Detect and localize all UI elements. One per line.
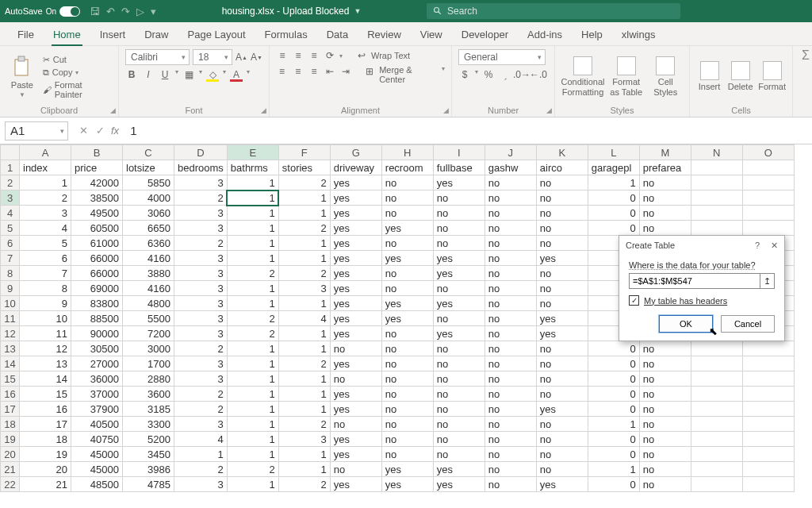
cell[interactable]: yes [330,251,381,266]
cell[interactable]: 3986 [123,462,174,477]
cell[interactable] [691,477,742,492]
cell[interactable]: no [536,266,588,281]
cell[interactable]: no [381,417,433,432]
cell[interactable]: 1 [588,175,639,190]
row-header[interactable]: 17 [1,402,20,417]
cell[interactable]: yes [433,462,485,477]
cell[interactable]: 3 [278,281,330,296]
cell[interactable]: 0 [588,447,639,462]
enter-formula-icon[interactable]: ✓ [96,125,105,137]
cell[interactable]: 3 [174,296,228,311]
tab-developer[interactable]: Developer [452,24,518,45]
qat-more-icon[interactable]: ▾ [151,6,156,17]
dialog-launcher-icon[interactable]: ◢ [443,106,449,114]
row-header[interactable]: 13 [1,341,20,356]
cell[interactable] [742,477,794,492]
cell[interactable]: 36000 [71,371,123,387]
cell[interactable]: 69000 [71,281,123,296]
cell[interactable]: no [536,356,588,371]
cell[interactable]: no [485,206,536,221]
merge-center-button[interactable]: Merge & Center [379,65,438,84]
cell[interactable]: yes [536,402,588,417]
tab-formulas[interactable]: Formulas [255,24,317,45]
cell[interactable]: no [433,356,485,371]
cell[interactable]: no [381,281,433,296]
cell[interactable]: 5200 [123,432,174,447]
cell[interactable]: gashw [485,160,536,175]
fx-icon[interactable]: fx [111,125,119,137]
cell[interactable]: fullbase [433,160,485,175]
cell[interactable]: no [639,341,691,356]
column-header-M[interactable]: M [639,145,691,160]
border-button[interactable]: ▦ [182,68,195,81]
tab-page-layout[interactable]: Page Layout [178,24,255,45]
underline-button[interactable]: U [159,68,171,81]
formula-input[interactable]: 1 [125,124,136,137]
cell[interactable]: 4800 [123,296,174,311]
cell[interactable]: 3 [174,221,228,236]
cell[interactable]: 3 [174,251,228,266]
cell[interactable]: 3 [174,281,228,296]
cell[interactable]: no [381,341,433,356]
cell[interactable]: no [485,341,536,356]
increase-font-icon[interactable]: A▲ [236,51,247,64]
cell[interactable]: 1 [227,371,278,387]
cell[interactable]: 3880 [123,266,174,281]
cell[interactable]: 40500 [71,417,123,432]
row-header[interactable]: 1 [1,160,20,175]
format-cells-button[interactable]: Format [758,61,786,91]
cell[interactable]: 3 [174,356,228,371]
cell[interactable]: yes [330,311,381,326]
cell[interactable]: yes [536,251,588,266]
cell[interactable]: no [485,190,536,206]
cell[interactable]: no [381,371,433,387]
cell[interactable]: no [381,266,433,281]
cell[interactable] [691,432,742,447]
cell[interactable]: no [381,387,433,402]
cell[interactable]: 60500 [71,221,123,236]
cell[interactable]: yes [381,462,433,477]
column-header-B[interactable]: B [71,145,123,160]
cell[interactable]: garagepl [588,160,639,175]
touch-icon[interactable]: ▷ [136,6,144,17]
decrease-font-icon[interactable]: A▼ [251,51,262,64]
cell[interactable]: yes [433,296,485,311]
font-color-button[interactable]: A [230,68,243,81]
cell[interactable]: 2 [174,236,228,251]
column-header-D[interactable]: D [174,145,228,160]
cell[interactable]: no [330,417,381,432]
cell[interactable]: prefarea [639,160,691,175]
cell[interactable]: no [485,356,536,371]
cell[interactable] [691,341,742,356]
cell[interactable]: no [485,311,536,326]
cell[interactable]: no [639,477,691,492]
cell[interactable]: no [433,417,485,432]
cell[interactable]: 3 [174,311,228,326]
row-header[interactable]: 11 [1,311,20,326]
delete-cells-button[interactable]: Delete [727,61,753,91]
cell[interactable]: 2 [174,402,228,417]
align-bottom-icon[interactable]: ≡ [308,49,320,62]
cell[interactable]: 9 [20,296,71,311]
indent-increase-icon[interactable]: ⇥ [340,65,352,78]
cell[interactable] [742,387,794,402]
insert-cells-button[interactable]: Insert [696,61,722,91]
cell[interactable] [691,447,742,462]
cell[interactable]: 13 [20,356,71,371]
fill-color-button[interactable]: ◇ [206,68,219,81]
align-left-icon[interactable]: ≡ [276,65,288,78]
cell[interactable]: 3 [174,266,228,281]
cell[interactable]: 2 [227,326,278,341]
cell[interactable]: 3450 [123,447,174,462]
cell[interactable]: 3 [174,175,228,190]
column-header-A[interactable]: A [20,145,71,160]
copy-button[interactable]: ⧉Copy ▾ [43,67,112,78]
tab-xlwings[interactable]: xlwings [612,24,665,45]
column-header-F[interactable]: F [278,145,330,160]
cell[interactable]: 5500 [123,311,174,326]
cell[interactable]: 3185 [123,402,174,417]
cell[interactable]: no [433,236,485,251]
cell[interactable]: 4 [278,311,330,326]
save-icon[interactable]: 🖫 [90,6,100,17]
cell[interactable]: 1 [588,462,639,477]
